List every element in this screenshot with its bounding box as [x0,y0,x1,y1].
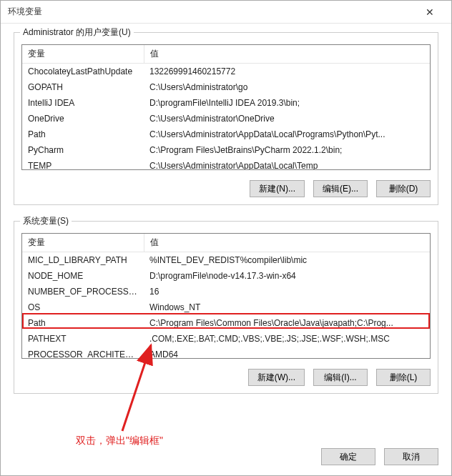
system-buttons: 新建(W)... 编辑(I)... 删除(L) [21,369,431,386]
var-value-cell[interactable]: .COM;.EXE;.BAT;.CMD;.VBS;.VBE;.JS;.JSE;.… [144,331,430,347]
var-value-cell[interactable]: 16 [144,284,430,299]
var-value-cell[interactable]: %INTEL_DEV_REDIST%compiler\lib\mic [144,252,430,269]
var-value-cell[interactable]: AMD64 [144,347,430,359]
dialog-content: Administrator 的用户变量(U) 变量 值 ChocolateyLa… [1,24,451,440]
var-name-cell[interactable]: Path [22,315,144,331]
var-value-cell[interactable]: C:\Users\Administrator\AppData\Local\Tem… [144,158,430,170]
var-name-cell[interactable]: PATHEXT [22,331,144,347]
table-row[interactable]: NODE_HOMED:\programFile\node-v14.17.3-wi… [22,268,430,284]
table-row[interactable]: OneDriveC:\Users\Administrator\OneDrive [22,111,430,127]
cancel-button[interactable]: 取消 [384,448,438,465]
dialog-footer: 确定 取消 [1,440,451,475]
var-name-cell[interactable]: MIC_LD_LIBRARY_PATH [22,252,144,269]
var-name-cell[interactable]: OS [22,299,144,315]
user-edit-button[interactable]: 编辑(E)... [313,180,368,197]
var-name-cell[interactable]: Path [22,127,144,142]
table-row[interactable]: NUMBER_OF_PROCESSORS16 [22,284,430,299]
sys-delete-button[interactable]: 删除(L) [376,369,431,386]
user-new-button[interactable]: 新建(N)... [250,180,305,197]
var-value-cell[interactable]: Windows_NT [144,299,430,315]
user-vars-group: Administrator 的用户变量(U) 变量 值 ChocolateyLa… [14,32,438,205]
user-vars-table-wrap: 变量 值 ChocolateyLastPathUpdate13226999146… [21,44,431,170]
table-row[interactable]: PathC:\Users\Administrator\AppData\Local… [22,127,430,142]
system-vars-table[interactable]: 变量 值 MIC_LD_LIBRARY_PATH%INTEL_DEV_REDIS… [22,234,430,359]
table-row[interactable]: PROCESSOR_ARCHITECT...AMD64 [22,347,430,359]
var-name-cell[interactable]: GOPATH [22,79,144,95]
table-row[interactable]: PathC:\Program Files\Common Files\Oracle… [22,315,430,331]
var-value-cell[interactable]: D:\programFile\IntelliJ IDEA 2019.3\bin; [144,95,430,111]
titlebar: 环境变量 ✕ [1,1,451,24]
var-value-cell[interactable]: C:\Users\Administrator\go [144,79,430,95]
user-buttons: 新建(N)... 编辑(E)... 删除(D) [21,180,431,197]
var-name-cell[interactable]: TEMP [22,158,144,170]
var-name-cell[interactable]: PROCESSOR_ARCHITECT... [22,347,144,359]
ok-button[interactable]: 确定 [321,448,375,465]
user-delete-button[interactable]: 删除(D) [376,180,431,197]
table-row[interactable]: PATHEXT.COM;.EXE;.BAT;.CMD;.VBS;.VBE;.JS… [22,331,430,347]
window-title: 环境变量 [8,6,416,18]
system-vars-group: 系统变量(S) 变量 值 MIC_LD_LIBRARY_PATH%INTEL_D… [14,221,438,394]
var-name-cell[interactable]: ChocolateyLastPathUpdate [22,64,144,80]
var-value-cell[interactable]: C:\Program Files\Common Files\Oracle\Jav… [144,315,430,331]
var-name-cell[interactable]: NUMBER_OF_PROCESSORS [22,284,144,299]
sys-col-name[interactable]: 变量 [22,234,144,252]
table-row[interactable]: MIC_LD_LIBRARY_PATH%INTEL_DEV_REDIST%com… [22,252,430,269]
var-name-cell[interactable]: OneDrive [22,111,144,127]
var-value-cell[interactable]: D:\programFile\node-v14.17.3-win-x64 [144,268,430,284]
table-row[interactable]: IntelliJ IDEAD:\programFile\IntelliJ IDE… [22,95,430,111]
sys-edit-button[interactable]: 编辑(I)... [313,369,368,386]
table-row[interactable]: OSWindows_NT [22,299,430,315]
table-row[interactable]: TEMPC:\Users\Administrator\AppData\Local… [22,158,430,170]
system-vars-table-wrap: 变量 值 MIC_LD_LIBRARY_PATH%INTEL_DEV_REDIS… [21,233,431,359]
var-name-cell[interactable]: IntelliJ IDEA [22,95,144,111]
table-row[interactable]: GOPATHC:\Users\Administrator\go [22,79,430,95]
user-vars-table[interactable]: 变量 值 ChocolateyLastPathUpdate13226999146… [22,45,430,170]
var-value-cell[interactable]: 132269991460215772 [144,64,430,80]
var-value-cell[interactable]: C:\Users\Administrator\OneDrive [144,111,430,127]
sys-col-value[interactable]: 值 [144,234,430,252]
var-name-cell[interactable]: NODE_HOME [22,268,144,284]
table-row[interactable]: ChocolateyLastPathUpdate1322699914602157… [22,64,430,80]
var-value-cell[interactable]: C:\Users\Administrator\AppData\Local\Pro… [144,127,430,142]
user-col-name[interactable]: 变量 [22,45,144,64]
close-icon[interactable]: ✕ [416,6,444,18]
sys-new-button[interactable]: 新建(W)... [248,369,305,386]
table-row[interactable]: PyCharmC:\Program Files\JetBrains\PyChar… [22,142,430,158]
user-col-value[interactable]: 值 [144,45,430,64]
user-vars-label: Administrator 的用户变量(U) [20,26,134,39]
env-vars-dialog: 环境变量 ✕ Administrator 的用户变量(U) 变量 值 Choco… [0,0,452,476]
var-name-cell[interactable]: PyCharm [22,142,144,158]
system-vars-label: 系统变量(S) [20,215,72,227]
var-value-cell[interactable]: C:\Program Files\JetBrains\PyCharm 2022.… [144,142,430,158]
